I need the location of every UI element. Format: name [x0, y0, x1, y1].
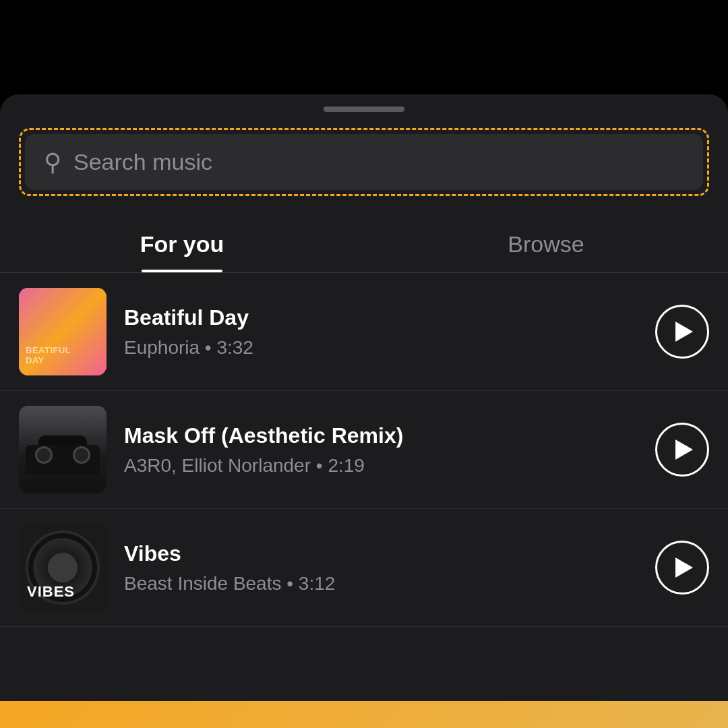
car-wheel-right: [73, 446, 90, 464]
search-wrapper: ⚲ Search music: [19, 128, 709, 196]
play-icon: [675, 557, 693, 578]
car-wheel-left: [35, 446, 53, 464]
track-item: VIBES Vibes Beast Inside Beats • 3:12: [0, 509, 728, 627]
bottom-peek-item: [0, 701, 728, 728]
screen: ⚲ Search music For you Browse BEATIFULDA…: [0, 0, 728, 728]
bottom-sheet: ⚲ Search music For you Browse BEATIFULDA…: [0, 94, 728, 728]
track-title: Mask Off (Aesthetic Remix): [124, 423, 638, 448]
track-info: Vibes Beast Inside Beats • 3:12: [124, 541, 638, 595]
drag-handle[interactable]: [324, 107, 404, 112]
track-item: Mask Off (Aesthetic Remix) A3R0, Elliot …: [0, 391, 728, 509]
track-title: Beatiful Day: [124, 305, 638, 330]
track-meta: Beast Inside Beats • 3:12: [124, 573, 638, 595]
play-button[interactable]: [655, 541, 709, 595]
track-meta: A3R0, Elliot Norlander • 2:19: [124, 455, 638, 477]
thumb-label: VIBES: [27, 583, 75, 601]
track-thumbnail: BEATIFULDAY: [19, 288, 107, 375]
car-visual: [19, 406, 107, 493]
play-icon: [675, 322, 693, 342]
search-icon: ⚲: [44, 150, 61, 175]
thumb-label: BEATIFULDAY: [26, 345, 71, 366]
car-body: [26, 445, 100, 475]
search-input-placeholder[interactable]: Search music: [73, 149, 212, 175]
tab-bar: For you Browse: [0, 218, 728, 273]
play-icon: [675, 439, 693, 460]
track-item: BEATIFULDAY Beatiful Day Euphoria • 3:32: [0, 273, 728, 391]
tab-browse[interactable]: Browse: [364, 218, 728, 272]
play-button[interactable]: [655, 423, 709, 477]
track-thumbnail: [19, 406, 107, 493]
play-button[interactable]: [655, 305, 709, 359]
track-meta: Euphoria • 3:32: [124, 337, 638, 359]
track-info: Beatiful Day Euphoria • 3:32: [124, 305, 638, 359]
track-list: BEATIFULDAY Beatiful Day Euphoria • 3:32: [0, 273, 728, 627]
tab-for-you[interactable]: For you: [0, 218, 364, 272]
search-bar[interactable]: ⚲ Search music: [25, 134, 703, 190]
track-info: Mask Off (Aesthetic Remix) A3R0, Elliot …: [124, 423, 638, 477]
track-thumbnail: VIBES: [19, 524, 107, 611]
track-title: Vibes: [124, 541, 638, 566]
